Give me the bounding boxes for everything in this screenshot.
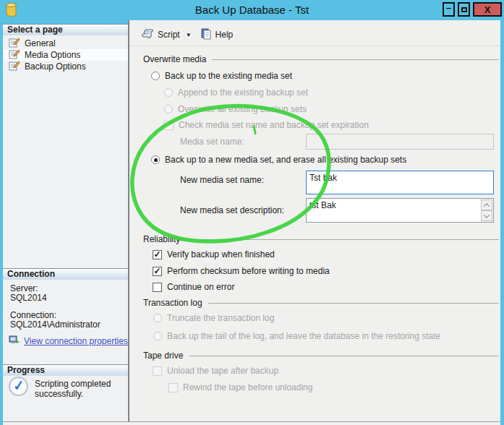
verify-backup-row: ✓ Verify backup when finished bbox=[153, 249, 275, 260]
connection-value: SQL2014\Administrator bbox=[10, 319, 101, 330]
check-media-name-label: Check media set name and backup set expi… bbox=[179, 120, 369, 130]
new-media-desc-value: tst Bak bbox=[309, 200, 336, 210]
new-media-desc-label-row: New media set description: bbox=[180, 205, 284, 216]
verify-backup-label: Verify backup when finished bbox=[167, 249, 275, 259]
close-button[interactable]: X bbox=[473, 2, 502, 17]
radio-append-row: Append to the existing backup set bbox=[164, 87, 308, 98]
minimize-icon: – bbox=[446, 2, 451, 13]
radio-existing-media[interactable] bbox=[151, 72, 160, 80]
script-icon bbox=[142, 28, 154, 41]
close-icon: X bbox=[484, 4, 491, 15]
perform-checksum-label: Perform checksum before writing to media bbox=[167, 266, 330, 276]
help-icon bbox=[200, 28, 212, 42]
backup-tail-row: Back up the tail of the log, and leave t… bbox=[153, 330, 440, 342]
scroll-up-button[interactable] bbox=[481, 199, 492, 210]
new-media-desc-label: New media set description: bbox=[180, 205, 284, 215]
sidebar-item-label: Backup Options bbox=[25, 61, 86, 72]
connection-label: Connection: bbox=[10, 310, 56, 320]
desc-scrollbar bbox=[481, 199, 492, 221]
new-media-desc-input[interactable]: tst Bak bbox=[306, 198, 494, 223]
overwrite-media-group: Overwrite media bbox=[143, 54, 499, 64]
minimize-button[interactable]: – bbox=[443, 2, 455, 17]
radio-overwrite bbox=[164, 105, 173, 113]
unload-tape-row: Unload the tape after backup bbox=[153, 365, 278, 377]
sidebar-item-backup-options[interactable]: Backup Options bbox=[3, 61, 128, 72]
radio-new-media-label: Back up to a new media set, and erase al… bbox=[165, 155, 406, 165]
check-icon: ✓ bbox=[153, 267, 161, 275]
backup-database-dialog: Back Up Database - Tst – X Script ▼ bbox=[0, 0, 504, 425]
truncate-log-row: Truncate the transaction log bbox=[153, 312, 274, 324]
truncate-log-radio bbox=[153, 314, 162, 322]
group-divider bbox=[186, 239, 499, 240]
scroll-down-button[interactable] bbox=[481, 210, 492, 221]
check-icon: ✓ bbox=[153, 250, 161, 259]
radio-new-media-row: Back up to a new media set, and erase al… bbox=[151, 154, 406, 166]
script-button[interactable]: Script ▼ bbox=[139, 27, 195, 43]
page-icon bbox=[9, 61, 20, 73]
chevron-up-icon bbox=[484, 203, 490, 209]
radio-new-media[interactable] bbox=[151, 155, 160, 164]
continue-on-error-checkbox[interactable] bbox=[153, 283, 162, 292]
sidebar-item-media-options[interactable]: Media Options bbox=[3, 49, 128, 61]
success-check-icon: ✓ bbox=[12, 377, 25, 395]
reliability-title: Reliability bbox=[143, 234, 180, 244]
perform-checksum-row: ✓ Perform checksum before writing to med… bbox=[153, 265, 330, 277]
window-title: Back Up Database - Tst bbox=[0, 4, 504, 16]
continue-on-error-label: Continue on error bbox=[167, 282, 234, 292]
unload-tape-label: Unload the tape after backup bbox=[167, 366, 278, 376]
help-button[interactable]: Help bbox=[197, 27, 236, 43]
view-connection-properties-link[interactable]: View connection properties bbox=[24, 336, 128, 346]
media-set-name-input bbox=[306, 134, 494, 150]
server-value: SQL2014 bbox=[10, 293, 47, 303]
check-media-name-checkbox bbox=[164, 121, 174, 130]
group-divider bbox=[212, 59, 499, 60]
chevron-down-icon bbox=[484, 212, 490, 218]
server-label: Server: bbox=[10, 283, 38, 293]
overwrite-media-title: Overwrite media bbox=[143, 54, 206, 64]
tape-drive-title: Tape drive bbox=[143, 351, 183, 361]
page-icon bbox=[9, 49, 20, 61]
media-set-name-row: Media set name: bbox=[180, 136, 244, 147]
select-page-header: Select a page bbox=[3, 24, 128, 35]
panel-divider bbox=[128, 20, 129, 425]
connection-properties-icon bbox=[9, 335, 20, 348]
script-label: Script bbox=[158, 30, 180, 40]
media-set-name-label: Media set name: bbox=[180, 137, 244, 147]
group-divider bbox=[189, 356, 499, 356]
radio-overwrite-row: Overwrite all existing backup sets bbox=[164, 103, 307, 115]
radio-append-label: Append to the existing backup set bbox=[178, 87, 308, 98]
new-media-name-input[interactable]: Tst bak bbox=[306, 171, 494, 194]
script-dropdown-icon[interactable]: ▼ bbox=[186, 32, 192, 38]
unload-tape-checkbox bbox=[153, 366, 162, 376]
transaction-log-group: Transaction log bbox=[143, 298, 499, 308]
bottom-strip bbox=[3, 422, 500, 425]
progress-header: Progress bbox=[3, 364, 128, 376]
connection-header: Connection bbox=[3, 268, 128, 280]
view-connection-properties-row: View connection properties bbox=[9, 335, 128, 348]
radio-existing-media-row: Back up to the existing media set bbox=[151, 70, 292, 82]
reliability-group: Reliability bbox=[143, 234, 499, 244]
new-media-name-value: Tst bak bbox=[309, 173, 337, 183]
maximize-button[interactable] bbox=[458, 2, 470, 17]
radio-append bbox=[164, 88, 173, 97]
backup-tail-radio bbox=[153, 332, 162, 340]
maximize-icon bbox=[461, 7, 467, 12]
perform-checksum-checkbox[interactable]: ✓ bbox=[153, 267, 162, 276]
progress-success-icon: ✓ bbox=[9, 377, 28, 396]
truncate-log-label: Truncate the transaction log bbox=[167, 313, 274, 323]
verify-backup-checkbox[interactable]: ✓ bbox=[153, 250, 162, 259]
sidebar-item-label: Media Options bbox=[25, 50, 80, 60]
new-media-name-label: New media set name: bbox=[180, 175, 264, 185]
group-divider bbox=[208, 303, 499, 304]
toolbar: Script ▼ Help bbox=[129, 24, 500, 46]
rewind-tape-checkbox bbox=[168, 383, 178, 392]
sidebar: Select a page General Media Options bbox=[3, 24, 128, 421]
transaction-log-title: Transaction log bbox=[143, 298, 202, 308]
progress-status: Scripting completed successfully. bbox=[35, 379, 120, 399]
radio-overwrite-label: Overwrite all existing backup sets bbox=[178, 104, 307, 114]
page-icon bbox=[9, 38, 20, 50]
backup-tail-label: Back up the tail of the log, and leave t… bbox=[167, 331, 440, 341]
sidebar-item-general[interactable]: General bbox=[3, 38, 128, 49]
help-label: Help bbox=[215, 30, 234, 40]
new-media-name-label-row: New media set name: bbox=[180, 174, 264, 186]
